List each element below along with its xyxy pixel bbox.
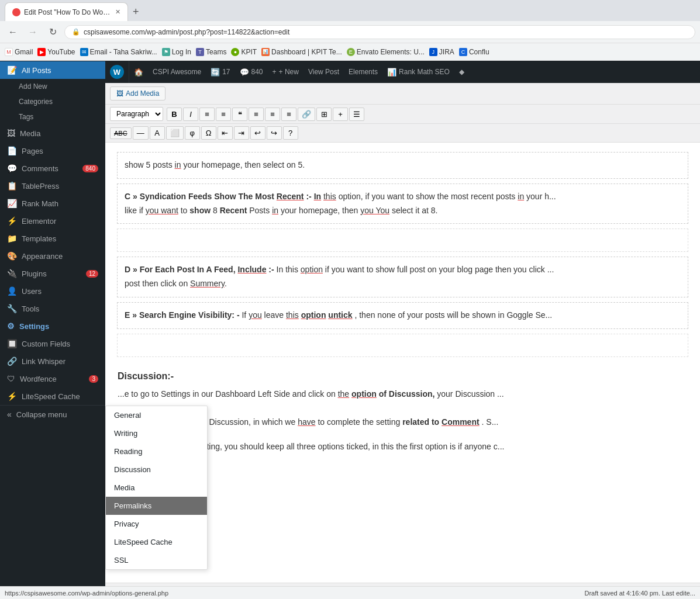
settings-dropdown-item-permalinks[interactable]: Permalinks (106, 497, 207, 515)
lock-icon: 🔒 (72, 28, 80, 36)
bookmark-dashboard[interactable]: 📊 Dashboard | KPIT Te... (261, 48, 342, 56)
settings-dropdown-item-reading[interactable]: Reading (106, 442, 207, 460)
bookmark-kpit[interactable]: ● KPIT (231, 48, 257, 56)
admin-bar-diamond[interactable]: ◆ (454, 61, 469, 83)
toolbar-text-color[interactable]: A (150, 126, 165, 140)
toolbar-row-secondary: ABC — A ⬜ φ Ω ⇤ ⇥ ↩ ↪ ? (105, 124, 700, 143)
toolbar-italic[interactable]: I (183, 108, 198, 121)
admin-bar-home[interactable]: 🏠 (129, 61, 148, 83)
sidebar-item-tags[interactable]: Tags (0, 109, 105, 124)
settings-dropdown-item-litespeed-cache[interactable]: LiteSpeed Cache (106, 533, 207, 551)
sidebar-item-custom-fields[interactable]: 🔲 Custom Fields (0, 335, 105, 352)
sidebar-item-users[interactable]: 👤 Users (0, 282, 105, 300)
block5-text: ...e to go to Settings in our Dashboard … (118, 387, 688, 401)
sidebar-item-settings[interactable]: ⚙ Settings (0, 317, 105, 335)
sidebar-item-pages[interactable]: 📄 Pages (0, 142, 105, 160)
bookmark-confluence[interactable]: C Conflu (459, 48, 489, 56)
litespeed-icon: ⚡ (7, 392, 17, 401)
kpit-icon: ● (231, 48, 239, 56)
settings-dropdown-item-discussion[interactable]: Discussion (106, 460, 207, 479)
block5-heading: Discussion:- (118, 368, 688, 384)
toolbar-align-left[interactable]: ≡ (249, 108, 264, 121)
bookmark-email[interactable]: ✉ Email - Taha Sakriw... (80, 48, 157, 56)
appearance-icon: 🎨 (7, 251, 17, 261)
templates-icon: 📁 (7, 234, 17, 243)
toolbar-table[interactable]: ⊞ (316, 108, 332, 121)
admin-bar-updates[interactable]: 🔄 17 (206, 61, 235, 83)
bookmark-envato[interactable]: E Envato Elements: U... (347, 48, 425, 56)
sidebar-item-add-new[interactable]: Add New (0, 79, 105, 94)
toolbar-ol[interactable]: ≡ (216, 108, 231, 121)
toolbar-align-center[interactable]: ≡ (265, 108, 280, 121)
browser-tab-active[interactable]: Edit Post "How To Do WordPress ✕ (5, 2, 128, 21)
sidebar-item-templates[interactable]: 📁 Templates (0, 230, 105, 247)
toolbar-ul[interactable]: ≡ (199, 108, 215, 121)
admin-bar-site-name[interactable]: CSPI Awesome (148, 61, 206, 83)
add-media-button[interactable]: 🖼 Add Media (110, 86, 165, 101)
toolbar-link[interactable]: 🔗 (298, 108, 315, 121)
editor-block-1: show 5 posts in your homepage, then sele… (117, 152, 688, 179)
toolbar-outdent[interactable]: ⇤ (218, 126, 233, 140)
sidebar-item-appearance[interactable]: 🎨 Appearance (0, 247, 105, 265)
sidebar-item-litespeed[interactable]: ⚡ LiteSpeed Cache (0, 387, 105, 405)
toolbar-more[interactable]: ☰ (349, 108, 364, 121)
bookmark-login[interactable]: ⚑ Log In (162, 48, 191, 56)
toolbar-redo[interactable]: ↪ (267, 126, 282, 140)
toolbar-strikethrough[interactable]: ABC (110, 127, 132, 139)
back-button[interactable]: ← (5, 24, 21, 40)
bookmark-gmail[interactable]: M Gmail (5, 48, 33, 56)
admin-bar-rank-math[interactable]: 📊 Rank Math SEO (382, 61, 454, 83)
bookmark-youtube[interactable]: ▶ YouTube (37, 48, 75, 56)
toolbar-hr[interactable]: — (133, 126, 149, 140)
toolbar-indent[interactable]: ⇥ (234, 126, 249, 140)
dashboard-icon: 📊 (261, 48, 270, 56)
block3-text2: post then click on Summery. (125, 277, 681, 291)
settings-dropdown-item-writing[interactable]: Writing (106, 424, 207, 442)
sidebar-item-tablepress[interactable]: 📋 TablePress (0, 177, 105, 195)
bookmark-jira[interactable]: J JIRA (429, 48, 454, 56)
toolbar-add-row[interactable]: + (333, 108, 348, 121)
custom-fields-icon: 🔲 (7, 339, 17, 348)
sidebar-item-wordfence[interactable]: 🛡 Wordfence 3 (0, 370, 105, 387)
sidebar-item-plugins[interactable]: 🔌 Plugins 12 (0, 265, 105, 282)
sidebar-item-link-whisper[interactable]: 🔗 Link Whisper (0, 352, 105, 370)
sidebar-item-categories[interactable]: Categories (0, 94, 105, 109)
admin-bar-comments[interactable]: 💬 840 (235, 61, 268, 83)
bookmark-teams[interactable]: T Teams (196, 48, 226, 56)
admin-bar-new[interactable]: + + New (268, 61, 304, 83)
toolbar-undo[interactable]: ↩ (250, 126, 265, 140)
toolbar-custom1[interactable]: ⬜ (166, 126, 184, 140)
admin-bar-elements[interactable]: Elements (344, 61, 382, 83)
forward-button[interactable]: → (25, 24, 41, 40)
settings-dropdown-item-general[interactable]: General (106, 406, 207, 424)
jira-icon: J (429, 48, 437, 56)
settings-icon: ⚙ (7, 321, 15, 331)
settings-dropdown-item-media[interactable]: Media (106, 479, 207, 497)
outlook-icon: ✉ (80, 48, 88, 56)
settings-dropdown-item-privacy[interactable]: Privacy (106, 515, 207, 533)
admin-bar-view-post[interactable]: View Post (304, 61, 344, 83)
sidebar-item-all-posts[interactable]: 📝 All Posts (0, 61, 105, 79)
toolbar-omega[interactable]: Ω (201, 126, 216, 140)
toolbar-blockquote[interactable]: ❝ (232, 108, 247, 121)
settings-dropdown-item-ssl[interactable]: SSL (106, 551, 207, 569)
refresh-button[interactable]: ↻ (44, 24, 61, 40)
toolbar-align-right[interactable]: ≡ (281, 108, 296, 121)
sidebar-item-comments[interactable]: 💬 Comments 840 (0, 160, 105, 177)
address-bar[interactable]: 🔒 cspisawesome.com/wp-admin/post.php?pos… (64, 25, 695, 39)
sidebar-item-tools[interactable]: 🔧 Tools (0, 300, 105, 317)
toolbar-phi[interactable]: φ (185, 126, 200, 140)
tab-close[interactable]: ✕ (115, 8, 120, 16)
new-tab-button[interactable]: + (128, 2, 144, 21)
toolbar-bold[interactable]: B (167, 108, 182, 121)
admin-comments-icon: 💬 (240, 68, 249, 77)
sidebar-item-elementor[interactable]: ⚡ Elementor (0, 212, 105, 230)
sidebar-item-media[interactable]: 🖼 Media (0, 124, 105, 142)
block3-text: D » For Each Post In A Feed, Include :- … (125, 263, 681, 277)
admin-bar-wp-logo[interactable]: W (105, 61, 129, 83)
format-select[interactable]: Paragraph Heading 1 Heading 2 (110, 107, 163, 121)
sidebar-item-collapse[interactable]: « Collapse menu (0, 405, 105, 423)
toolbar-help[interactable]: ? (283, 126, 298, 140)
block2-text: C » Syndication Feeds Show The Most Rece… (125, 190, 681, 204)
sidebar-item-rank-math[interactable]: 📈 Rank Math (0, 195, 105, 212)
